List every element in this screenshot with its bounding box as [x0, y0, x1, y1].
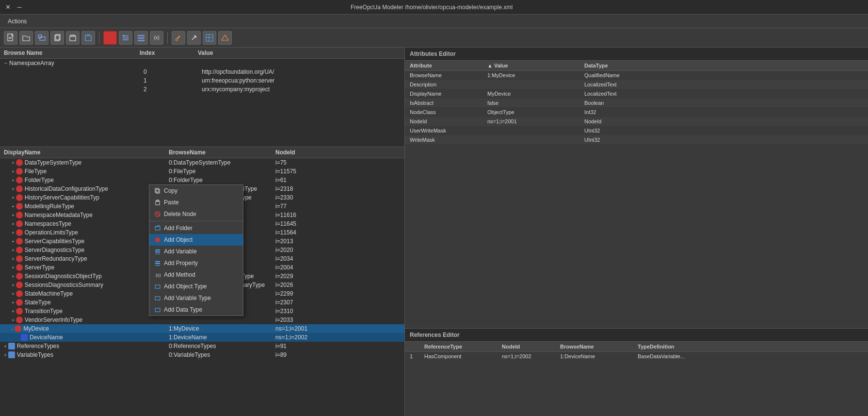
toolbar-tool2-btn[interactable]: [187, 31, 201, 45]
context-menu-item-add-variable[interactable]: Add Variable: [149, 246, 243, 257]
tree-row[interactable]: +FolderType0:FolderTypei=61: [0, 176, 404, 184]
attr-attribute: IsAbstract: [410, 100, 487, 106]
attr-value[interactable]: ns=1;i=2001: [487, 118, 584, 124]
node-nodeid: ns=1;i=2002: [275, 334, 334, 341]
attr-value[interactable]: [487, 137, 584, 143]
menu-actions[interactable]: Actions: [4, 16, 31, 27]
toolbar-paste-btn[interactable]: [66, 31, 80, 45]
ns-index-1: 1: [144, 77, 202, 84]
context-menu-item-add-object-type[interactable]: Add Object Type: [149, 281, 243, 292]
context-menu-item-add-variable-type[interactable]: Add Variable Type: [149, 292, 243, 304]
expand-icon[interactable]: +: [12, 195, 15, 200]
context-menu-item-add-folder[interactable]: Add Folder: [149, 222, 243, 234]
context-menu-item-add-method[interactable]: (x)Add Method: [149, 269, 243, 281]
node-displayname: ServerDiagnosticsType: [25, 247, 84, 253]
expand-icon[interactable]: +: [12, 265, 15, 270]
toolbar-open2-btn[interactable]: [35, 31, 48, 45]
toolbar-var-btn[interactable]: (x): [150, 31, 163, 45]
ref-cell-reftype: HasComponent: [424, 353, 502, 359]
toolbar-copy-btn[interactable]: [50, 31, 64, 45]
toolbar-new-btn[interactable]: [4, 31, 17, 45]
node-icon: [21, 334, 28, 341]
node-nodeid: i=2318: [275, 185, 334, 192]
ref-cell-nodeid: ns=1;i=2002: [502, 353, 560, 359]
close-button[interactable]: ✕: [4, 3, 12, 11]
expand-icon[interactable]: +: [12, 291, 15, 297]
expand-icon[interactable]: +: [12, 178, 15, 183]
toolbar-list2-btn[interactable]: [134, 31, 148, 45]
toolbar-list-btn[interactable]: [119, 31, 132, 45]
expand-icon[interactable]: +: [12, 186, 15, 192]
header-value: Value: [198, 50, 401, 56]
context-menu-label-add-property: Add Property: [164, 260, 198, 266]
expand-icon[interactable]: +: [12, 239, 15, 244]
attr-value[interactable]: MyDevice: [487, 91, 584, 97]
context-menu-item-copy[interactable]: Copy: [149, 185, 243, 197]
expand-icon[interactable]: +: [12, 300, 15, 305]
expand-icon[interactable]: +: [12, 309, 15, 314]
node-icon: [16, 194, 23, 201]
context-menu-item-add-property[interactable]: Add Property: [149, 257, 243, 269]
node-icon: [8, 343, 15, 349]
attr-datatype: QualifiedName: [584, 72, 863, 78]
attr-value[interactable]: ObjectType: [487, 109, 584, 115]
node-displayname: SessionDiagnosticsObjectTyp: [25, 273, 102, 280]
namespace-table-header: Browse Name Index Value: [0, 48, 404, 59]
expand-icon[interactable]: +: [12, 317, 15, 323]
toolbar-tool1-btn[interactable]: [172, 31, 185, 45]
tree-row[interactable]: +VendorServerInfoTypei=2033: [0, 316, 404, 324]
tree-row[interactable]: DeviceName1:DeviceNamens=1;i=2002: [0, 333, 404, 342]
context-menu-item-add-object[interactable]: Add Object: [149, 234, 243, 246]
attr-attribute: NodeClass: [410, 109, 487, 115]
attr-value[interactable]: 1:MyDevice: [487, 72, 584, 78]
context-menu-item-delete[interactable]: Delete Node: [149, 208, 243, 220]
node-nodeid: i=77: [275, 203, 334, 210]
svg-rect-15: [138, 35, 145, 36]
namespace-data: 0 http://opcfoundation.org/UA/ 1 urn:fre…: [0, 67, 404, 94]
attr-row: WriteMaskUInt32: [405, 135, 868, 145]
toolbar-save-btn[interactable]: [81, 31, 95, 45]
tree-row[interactable]: +FileType0:FileTypei=11575: [0, 167, 404, 176]
ref-header-nodeid: NodeId: [502, 344, 560, 349]
expand-icon[interactable]: +: [12, 213, 15, 218]
expand-icon[interactable]: +: [12, 169, 15, 174]
expand-icon[interactable]: +: [12, 248, 15, 253]
context-menu-item-add-data-type[interactable]: Add Data Type: [149, 304, 243, 316]
svg-marker-22: [222, 35, 228, 40]
expand-icon[interactable]: +: [12, 274, 15, 279]
minimize-button[interactable]: ─: [16, 3, 23, 11]
expand-icon[interactable]: +: [12, 160, 15, 166]
expand-icon[interactable]: +: [12, 230, 15, 235]
ns-empty-0: [8, 68, 144, 75]
attr-datatype: UInt32: [584, 128, 863, 133]
attr-value[interactable]: false: [487, 100, 584, 106]
paste-icon: [154, 199, 161, 206]
tree-row[interactable]: +ReferenceTypes0:ReferenceTypesi=91: [0, 342, 404, 350]
expand-icon[interactable]: +: [4, 344, 7, 349]
attr-attribute: Description: [410, 82, 487, 87]
node-nodeid: i=11564: [275, 229, 334, 236]
expand-icon[interactable]: +: [12, 283, 15, 288]
toolbar-tool4-btn[interactable]: [218, 31, 232, 45]
expand-icon[interactable]: -: [12, 326, 13, 332]
expand-icon[interactable]: +: [12, 256, 15, 262]
attr-value[interactable]: [487, 82, 584, 87]
expand-icon[interactable]: +: [4, 352, 7, 358]
ref-header-num: [410, 344, 424, 349]
expand-icon[interactable]: +: [12, 221, 15, 227]
toolbar-open-btn[interactable]: [19, 31, 33, 45]
attr-header-value: ▲ Value: [487, 63, 584, 68]
attr-row: BrowseName1:MyDeviceQualifiedName: [405, 71, 868, 80]
toolbar-tool3-btn[interactable]: [203, 31, 216, 45]
expand-icon[interactable]: +: [12, 204, 15, 209]
node-nodeid: i=2034: [275, 255, 334, 262]
tree-row[interactable]: +DataTypeSystemType0:DataTypeSystemTypei…: [0, 158, 404, 167]
tree-row[interactable]: -MyDevice1:MyDevicens=1;i=2001: [0, 324, 404, 333]
tree-row[interactable]: +VariableTypes0:VariableTypesi=89: [0, 350, 404, 359]
namespace-table: Browse Name Index Value − NamespaceArray…: [0, 48, 404, 147]
toolbar-stop-btn[interactable]: [103, 31, 117, 45]
context-menu-item-paste[interactable]: Paste: [149, 197, 243, 208]
attr-datatype: NodeId: [584, 118, 863, 124]
attr-value[interactable]: [487, 128, 584, 133]
add-object-icon: [154, 236, 161, 243]
